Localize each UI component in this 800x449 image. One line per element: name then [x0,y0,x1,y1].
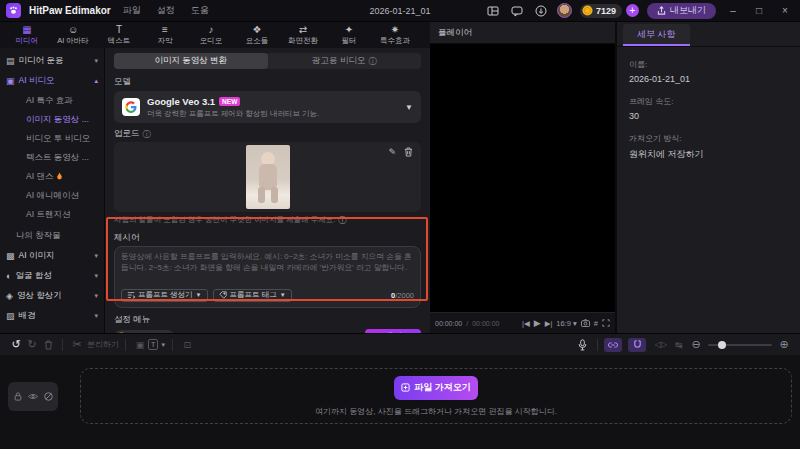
sidebar-group-background[interactable]: ▨ 배경 ▾ [0,306,104,326]
text-tool-button[interactable]: T▼ [148,339,166,350]
ai-video-panel: 이미지 동영상 변환 광고용 비디오 ⓘ 모델 Google Veo 3.1NE… [105,48,430,333]
timeline-zoom-slider[interactable] [708,344,772,346]
ribbon-tab-effects[interactable]: ✷특수효과 [372,24,418,46]
ribbon-tab-elements[interactable]: ❖요소들 [234,24,280,46]
sidebar-item-label: AI 댄스 [26,171,53,183]
menu-settings[interactable]: 설정 [153,4,179,17]
eye-icon[interactable] [28,393,38,400]
zoom-out-icon[interactable]: ⊖ [688,338,704,351]
sidebar-item-text-to-video[interactable]: 텍스트 동영상 ... [0,148,104,167]
lock-icon[interactable] [14,392,22,401]
chevron-down-icon: ▾ [94,272,98,280]
ribbon-tab-media[interactable]: ▦미디어 [4,24,50,46]
ribbon-tab-audio[interactable]: ♪오디오 [188,24,234,46]
prev-frame-button[interactable]: |◀ [522,319,530,328]
prompt-card: 프롬프트 생성기 ▼ 프롬프트 태그 ▼ 0/2000 [114,246,421,308]
sidebar-group-ai-image[interactable]: ▩ AI 이미지 ▾ [0,246,104,266]
prompt-generator-button[interactable]: 프롬프트 생성기 ▼ [121,289,208,302]
uploaded-image-thumbnail[interactable] [246,145,290,209]
model-selector[interactable]: Google Veo 3.1NEW 더욱 강력한 프롬프트 제어와 향상된 내러… [114,91,421,123]
feedback-icon[interactable] [509,3,525,19]
next-frame-button[interactable]: ▶| [545,319,553,328]
record-voiceover-icon[interactable] [573,339,591,351]
prompt-tag-button[interactable]: 프롬프트 태그 ▼ [213,289,292,302]
user-avatar[interactable] [557,3,572,18]
detail-field-import-mode: 가져오기 방식: 원위치에 저장하기 [617,133,800,161]
detail-field-name: 이름: 2026-01-21_01 [617,59,800,84]
sidebar-item-ai-animation[interactable]: AI 애니메이션 [0,186,104,205]
settings-menu-label: 설정 메뉴 [114,314,421,326]
add-coins-button[interactable]: + [626,4,639,17]
ribbon-tab-text[interactable]: T텍스트 [96,24,142,46]
split-icon[interactable]: ✂ [69,338,85,351]
player-controls: 00:00:00 / 00:00:00 |◀ ▶ ▶| 16:9 ▾ # [430,312,615,333]
snap-magnet-toggle[interactable] [628,338,646,352]
coin-count: 7129 [596,6,616,16]
flame-icon [56,172,63,181]
sidebar-item-image-to-video[interactable]: 이미지 동영상 ... [0,110,104,129]
layout-panels-icon[interactable] [485,3,501,19]
fullscreen-icon[interactable] [602,319,610,327]
ribbon-tab-filter[interactable]: ✦필터 [326,24,372,46]
delete-button[interactable] [40,340,56,350]
chevron-down-icon: ▾ [94,312,98,320]
delete-image-icon[interactable] [404,147,413,157]
window-maximize-button[interactable]: □ [750,5,768,16]
coin-balance[interactable]: 7129 [580,4,622,18]
auto-ripple-icon[interactable]: ↹ [670,338,688,352]
snapshot-icon[interactable] [581,319,590,327]
sidebar-group-label: AI 이미지 [19,250,55,262]
sidebar-group-media[interactable]: ▤ 미디어 운용 ▾ [0,51,104,71]
import-file-button[interactable]: 파일 가져오기 [394,376,478,400]
ribbon-tab-ai-avatar[interactable]: ☺AI 아바타 [50,24,96,46]
sidebar-group-face-swap[interactable]: ◐ 얼굴 합성 ▾ [0,266,104,286]
tab-image-to-video[interactable]: 이미지 동영상 변환 [114,53,268,69]
mute-icon[interactable] [44,392,53,401]
sidebar-group-label: AI 비디오 [19,75,55,87]
play-button[interactable]: ▶ [534,318,541,328]
ribbon-tab-transition[interactable]: ⇄화면전환 [280,24,326,46]
sidebar-item-label: AI 특수 효과 [26,95,73,107]
app-logo-paw-icon [6,3,21,18]
zoom-in-icon[interactable]: ⊕ [776,338,792,351]
redo-button[interactable]: ↻ [24,338,40,351]
edit-image-icon[interactable]: ✎ [388,147,396,157]
sidebar-group-ai-video[interactable]: ▣ AI 비디오 ▴ [0,71,104,91]
grid-icon[interactable]: # [594,319,598,328]
menu-help[interactable]: 도움 [187,4,213,17]
app-name: HitPaw Edimakor [29,5,111,16]
link-clips-toggle[interactable] [604,338,622,352]
effect-badge-icon[interactable]: ▣ [132,340,148,350]
prompt-input[interactable] [121,251,414,287]
tab-details[interactable]: 세부 사항 [623,24,690,46]
window-close-button[interactable]: × [776,5,794,16]
timeline-toolbar: ↺ ↻ ✂ 분리하기 ▣ T▼ ⊡ ◁▷ ↹ ⊖ ⊕ [0,333,800,355]
media-drop-zone[interactable]: 파일 가져오기 여기까지 동영상, 사진을 드래그하거나 가져오면 편집을 시작… [80,368,792,424]
prompt-generator-icon [127,291,135,299]
download-icon[interactable] [533,3,549,19]
sidebar-item-ai-dance[interactable]: AI 댄스 [0,167,104,186]
undo-button[interactable]: ↺ [8,338,24,351]
sidebar-group-label: 배경 [19,310,36,322]
upload-area[interactable]: ✎ [114,142,421,212]
sidebar-item-ai-transition[interactable]: AI 트랜지션 [0,205,104,224]
sidebar-group-video-enhancer[interactable]: ◈ 영상 향상기 ▾ [0,286,104,306]
ribbon-tab-label: 특수효과 [380,36,410,46]
prompt-tag-label: 프롬프트 태그 [230,290,277,300]
ribbon-tab-subtitle[interactable]: ≡자막 [142,24,188,46]
sidebar-item-label: AI 트랜지션 [26,209,70,221]
crop-icon[interactable]: ⊡ [179,340,195,350]
sidebar-item-ai-effects[interactable]: AI 특수 효과 [0,91,104,110]
window-minimize-button[interactable]: – [724,5,742,16]
menu-file[interactable]: 파일 [119,4,145,17]
prompt-generator-label: 프롬프트 생성기 [138,290,193,300]
split-view-icon[interactable]: ◁▷ [652,338,670,352]
sidebar-item-video-to-video[interactable]: 비디오 투 비디오 [0,129,104,148]
sidebar-my-creations[interactable]: 나의 창작물 [0,226,104,246]
tab-ad-video[interactable]: 광고용 비디오 ⓘ [268,53,422,69]
zoom-slider-knob[interactable] [718,341,726,349]
aspect-ratio-select[interactable]: 16:9 ▾ [556,319,576,328]
export-button[interactable]: 내보내기 [647,3,716,19]
ribbon-tabs: ▦미디어 ☺AI 아바타 T텍스트 ≡자막 ♪오디오 ❖요소들 ⇄화면전환 ✦필… [0,22,430,48]
timeline-area: 파일 가져오기 여기까지 동영상, 사진을 드래그하거나 가져오면 편집을 시작… [0,355,800,449]
